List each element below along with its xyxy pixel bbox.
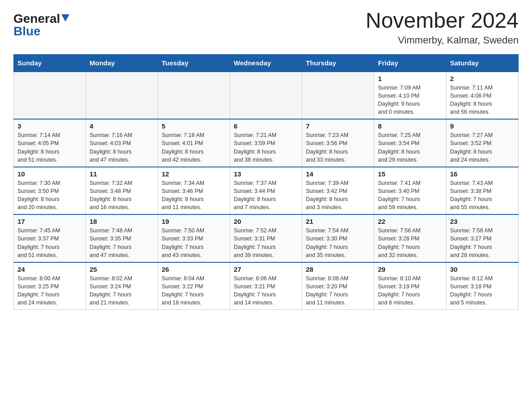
- day-info: Sunrise: 8:06 AMSunset: 3:21 PMDaylight:…: [234, 274, 298, 307]
- weekday-header-wednesday: Wednesday: [230, 54, 302, 72]
- day-number: 18: [90, 218, 154, 225]
- day-info: Sunrise: 7:16 AMSunset: 4:03 PMDaylight:…: [90, 131, 154, 164]
- day-number: 21: [306, 218, 370, 225]
- day-info: Sunrise: 7:54 AMSunset: 3:30 PMDaylight:…: [306, 227, 370, 259]
- header: General Blue November 2024 Vimmerby, Kal…: [13, 9, 519, 46]
- weekday-header-thursday: Thursday: [302, 54, 374, 72]
- day-number: 7: [306, 122, 370, 130]
- day-info: Sunrise: 7:14 AMSunset: 4:05 PMDaylight:…: [17, 131, 82, 164]
- calendar-cell: 3Sunrise: 7:14 AMSunset: 4:05 PMDaylight…: [14, 119, 86, 167]
- day-info: Sunrise: 7:45 AMSunset: 3:37 PMDaylight:…: [17, 227, 82, 259]
- day-info: Sunrise: 7:32 AMSunset: 3:48 PMDaylight:…: [90, 179, 154, 212]
- day-number: 6: [234, 122, 298, 130]
- day-info: Sunrise: 7:52 AMSunset: 3:31 PMDaylight:…: [234, 227, 298, 259]
- weekday-header-monday: Monday: [86, 54, 158, 72]
- weekday-header-sunday: Sunday: [14, 54, 86, 72]
- day-info: Sunrise: 8:08 AMSunset: 3:20 PMDaylight:…: [306, 274, 370, 307]
- calendar-cell: 25Sunrise: 8:02 AMSunset: 3:24 PMDayligh…: [86, 262, 158, 310]
- calendar-cell: 5Sunrise: 7:18 AMSunset: 4:01 PMDaylight…: [158, 119, 230, 167]
- day-number: 3: [17, 122, 82, 130]
- logo: General Blue: [13, 9, 69, 38]
- calendar-cell: 26Sunrise: 8:04 AMSunset: 3:22 PMDayligh…: [158, 262, 230, 310]
- calendar-cell: 15Sunrise: 7:41 AMSunset: 3:40 PMDayligh…: [374, 167, 446, 215]
- day-info: Sunrise: 8:10 AMSunset: 3:19 PMDaylight:…: [378, 274, 442, 307]
- weekday-header-tuesday: Tuesday: [158, 54, 230, 72]
- day-number: 22: [378, 218, 442, 225]
- calendar-cell: 18Sunrise: 7:48 AMSunset: 3:35 PMDayligh…: [86, 214, 158, 262]
- calendar-table: SundayMondayTuesdayWednesdayThursdayFrid…: [13, 54, 519, 310]
- day-number: 1: [378, 75, 442, 82]
- day-info: Sunrise: 7:37 AMSunset: 3:44 PMDaylight:…: [234, 179, 298, 212]
- day-info: Sunrise: 8:00 AMSunset: 3:25 PMDaylight:…: [17, 274, 82, 307]
- calendar-cell: 24Sunrise: 8:00 AMSunset: 3:25 PMDayligh…: [14, 262, 86, 310]
- week-row-1: 1Sunrise: 7:09 AMSunset: 4:10 PMDaylight…: [14, 72, 519, 120]
- calendar-cell: [14, 72, 86, 120]
- day-info: Sunrise: 7:25 AMSunset: 3:54 PMDaylight:…: [378, 131, 442, 164]
- logo-blue-text: Blue: [13, 25, 41, 38]
- day-info: Sunrise: 7:21 AMSunset: 3:59 PMDaylight:…: [234, 131, 298, 164]
- week-row-3: 10Sunrise: 7:30 AMSunset: 3:50 PMDayligh…: [14, 167, 519, 215]
- day-info: Sunrise: 8:12 AMSunset: 3:18 PMDaylight:…: [450, 274, 515, 307]
- day-info: Sunrise: 7:41 AMSunset: 3:40 PMDaylight:…: [378, 179, 442, 212]
- day-number: 16: [450, 170, 515, 178]
- calendar-cell: 29Sunrise: 8:10 AMSunset: 3:19 PMDayligh…: [374, 262, 446, 310]
- day-info: Sunrise: 7:18 AMSunset: 4:01 PMDaylight:…: [162, 131, 226, 164]
- day-info: Sunrise: 8:02 AMSunset: 3:24 PMDaylight:…: [90, 274, 154, 307]
- day-number: 28: [306, 265, 370, 273]
- calendar-cell: 30Sunrise: 8:12 AMSunset: 3:18 PMDayligh…: [446, 262, 519, 310]
- logo-general-text: General: [13, 13, 60, 25]
- day-number: 4: [90, 122, 154, 130]
- day-info: Sunrise: 7:27 AMSunset: 3:52 PMDaylight:…: [450, 131, 515, 164]
- day-number: 12: [162, 170, 226, 178]
- day-number: 20: [234, 218, 298, 225]
- day-info: Sunrise: 7:23 AMSunset: 3:56 PMDaylight:…: [306, 131, 370, 164]
- calendar-cell: 14Sunrise: 7:39 AMSunset: 3:42 PMDayligh…: [302, 167, 374, 215]
- day-number: 9: [450, 122, 515, 130]
- calendar-cell: [230, 72, 302, 120]
- day-number: 8: [378, 122, 442, 130]
- day-number: 19: [162, 218, 226, 225]
- calendar-cell: 23Sunrise: 7:58 AMSunset: 3:27 PMDayligh…: [446, 214, 519, 262]
- calendar-cell: 12Sunrise: 7:34 AMSunset: 3:46 PMDayligh…: [158, 167, 230, 215]
- calendar-cell: 16Sunrise: 7:43 AMSunset: 3:38 PMDayligh…: [446, 167, 519, 215]
- calendar-cell: 10Sunrise: 7:30 AMSunset: 3:50 PMDayligh…: [14, 167, 86, 215]
- weekday-header-saturday: Saturday: [446, 54, 519, 72]
- week-row-4: 17Sunrise: 7:45 AMSunset: 3:37 PMDayligh…: [14, 214, 519, 262]
- day-number: 30: [450, 265, 515, 273]
- day-number: 14: [306, 170, 370, 178]
- calendar-cell: [302, 72, 374, 120]
- location-title: Vimmerby, Kalmar, Sweden: [365, 34, 519, 46]
- day-info: Sunrise: 7:58 AMSunset: 3:27 PMDaylight:…: [450, 227, 515, 259]
- day-number: 24: [17, 265, 82, 273]
- day-number: 29: [378, 265, 442, 273]
- day-number: 10: [17, 170, 82, 178]
- day-number: 23: [450, 218, 515, 225]
- calendar-cell: 8Sunrise: 7:25 AMSunset: 3:54 PMDaylight…: [374, 119, 446, 167]
- week-row-5: 24Sunrise: 8:00 AMSunset: 3:25 PMDayligh…: [14, 262, 519, 310]
- calendar-cell: 4Sunrise: 7:16 AMSunset: 4:03 PMDaylight…: [86, 119, 158, 167]
- day-info: Sunrise: 7:34 AMSunset: 3:46 PMDaylight:…: [162, 179, 226, 212]
- day-number: 15: [378, 170, 442, 178]
- calendar-cell: 2Sunrise: 7:11 AMSunset: 4:08 PMDaylight…: [446, 72, 519, 120]
- day-info: Sunrise: 7:11 AMSunset: 4:08 PMDaylight:…: [450, 84, 515, 116]
- calendar-cell: 22Sunrise: 7:56 AMSunset: 3:28 PMDayligh…: [374, 214, 446, 262]
- day-info: Sunrise: 7:30 AMSunset: 3:50 PMDaylight:…: [17, 179, 82, 212]
- day-number: 25: [90, 265, 154, 273]
- day-info: Sunrise: 7:43 AMSunset: 3:38 PMDaylight:…: [450, 179, 515, 212]
- week-row-2: 3Sunrise: 7:14 AMSunset: 4:05 PMDaylight…: [14, 119, 519, 167]
- calendar-cell: 9Sunrise: 7:27 AMSunset: 3:52 PMDaylight…: [446, 119, 519, 167]
- logo-triangle-icon: [61, 14, 69, 21]
- day-info: Sunrise: 7:39 AMSunset: 3:42 PMDaylight:…: [306, 179, 370, 212]
- day-info: Sunrise: 7:50 AMSunset: 3:33 PMDaylight:…: [162, 227, 226, 259]
- calendar-cell: 6Sunrise: 7:21 AMSunset: 3:59 PMDaylight…: [230, 119, 302, 167]
- title-area: November 2024 Vimmerby, Kalmar, Sweden: [365, 9, 519, 46]
- month-title: November 2024: [365, 9, 519, 33]
- calendar-cell: 28Sunrise: 8:08 AMSunset: 3:20 PMDayligh…: [302, 262, 374, 310]
- day-number: 17: [17, 218, 82, 225]
- day-number: 5: [162, 122, 226, 130]
- calendar-cell: [158, 72, 230, 120]
- day-number: 2: [450, 75, 515, 82]
- day-info: Sunrise: 8:04 AMSunset: 3:22 PMDaylight:…: [162, 274, 226, 307]
- day-info: Sunrise: 7:09 AMSunset: 4:10 PMDaylight:…: [378, 84, 442, 116]
- weekday-header-row: SundayMondayTuesdayWednesdayThursdayFrid…: [14, 54, 519, 72]
